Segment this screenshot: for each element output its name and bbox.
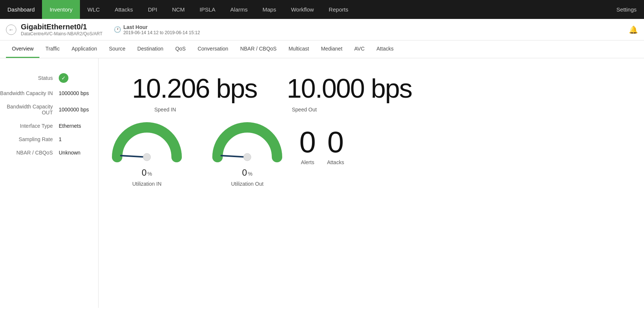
tab-avc[interactable]: AVC (348, 40, 371, 58)
utilization-out-label: Utilization Out (231, 181, 263, 187)
utilization-out-pct: 0 (242, 167, 247, 178)
data-panel: 10.206 bps 10.000 bps Speed IN Speed Out (99, 58, 644, 308)
nav-dashboard[interactable]: Dashboard (0, 0, 42, 19)
tab-attacks[interactable]: Attacks (371, 40, 400, 58)
utilization-in-label: Utilization IN (132, 181, 162, 187)
info-row-bw-out: Bandwidth Capacity OUT 1000000 bps (0, 100, 98, 119)
clock-icon: 🕐 (114, 26, 121, 33)
gauge-in-container: 0 % Utilization IN (110, 120, 184, 187)
nbar-value: Unknown (59, 150, 92, 156)
info-row-bw-in: Bandwidth Capacity IN 1000000 bps (0, 87, 98, 100)
utilization-in-pct: 0 (142, 167, 146, 178)
speed-labels-row: Speed IN Speed Out (110, 107, 633, 113)
tab-traffic[interactable]: Traffic (39, 40, 65, 58)
page-header: ← GigabitEthernet0/1 DataCentreAVC-Mains… (0, 19, 644, 40)
tab-source[interactable]: Source (103, 40, 131, 58)
status-label: Status (1, 75, 53, 81)
page-subtitle: DataCentreAVC-Mains-NBAR2/QoS/ART (21, 31, 103, 36)
time-label: Last Hour (123, 24, 200, 30)
back-button[interactable]: ← (6, 25, 16, 35)
utilization-out-pct-symbol: % (248, 171, 252, 177)
tabs-row: Overview Traffic Application Source Dest… (0, 40, 644, 58)
alerts-label: Alerts (301, 159, 314, 165)
tab-nbar-cbqos[interactable]: NBAR / CBQoS (234, 40, 283, 58)
bw-in-label: Bandwidth Capacity IN (0, 90, 53, 96)
nav-ncm[interactable]: NCM (165, 0, 192, 19)
attacks-label: Attacks (327, 159, 344, 165)
nav-workflow[interactable]: Workflow (284, 0, 321, 19)
svg-point-3 (244, 153, 251, 161)
nav-alarms[interactable]: Alarms (223, 0, 255, 19)
status-value: ✓ (59, 73, 92, 83)
nav-dpi[interactable]: DPI (141, 0, 165, 19)
nbar-label: NBAR / CBQoS (1, 150, 53, 156)
page-title: GigabitEthernet0/1 (21, 23, 103, 31)
nav-reports[interactable]: Reports (321, 0, 356, 19)
tab-destination[interactable]: Destination (131, 40, 169, 58)
speed-row: 10.206 bps 10.000 bps (110, 66, 633, 104)
gauge-in-svg (110, 120, 184, 165)
interface-type-value: Ethernets (59, 123, 92, 129)
alerts-value: 0 (299, 127, 316, 157)
nav-wlc[interactable]: WLC (80, 0, 107, 19)
main-content: Status ✓ Bandwidth Capacity IN 1000000 b… (0, 58, 644, 308)
nav-inventory[interactable]: Inventory (42, 0, 80, 19)
info-panel: Status ✓ Bandwidth Capacity IN 1000000 b… (0, 58, 99, 308)
tab-application[interactable]: Application (65, 40, 103, 58)
speed-in-label: Speed IN (132, 107, 244, 113)
bottom-section: 0 % Utilization IN 0 % Utilization Out (110, 120, 633, 187)
bw-out-value: 1000000 bps (59, 107, 92, 113)
attacks-box: 0 Attacks (327, 127, 344, 165)
nav-settings[interactable]: Settings (609, 0, 644, 19)
alerts-box: 0 Alerts (299, 127, 316, 165)
nav-attacks[interactable]: Attacks (107, 0, 140, 19)
info-row-interface-type: Interface Type Ethernets (0, 119, 98, 133)
time-range-display: 🕐 Last Hour 2019-06-14 14:12 to 2019-06-… (114, 24, 200, 35)
tab-multicast[interactable]: Multicast (283, 40, 315, 58)
bw-out-label: Bandwidth Capacity OUT (0, 104, 53, 116)
nav-ipsla[interactable]: IPSLA (192, 0, 223, 19)
gauge-out-container: 0 % Utilization Out (210, 120, 284, 187)
svg-point-1 (143, 153, 151, 161)
info-row-nbar: NBAR / CBQoS Unknown (0, 146, 98, 159)
speed-out-label: Speed Out (244, 107, 355, 113)
tab-conversation[interactable]: Conversation (191, 40, 234, 58)
svg-line-2 (221, 156, 247, 157)
speed-out-value: 10.000 bps (287, 73, 412, 104)
tab-medianet[interactable]: Medianet (315, 40, 348, 58)
gauge-out-svg (210, 120, 284, 165)
info-row-sampling-rate: Sampling Rate 1 (0, 133, 98, 146)
status-ok-icon: ✓ (59, 73, 68, 83)
bw-in-value: 1000000 bps (59, 90, 92, 96)
svg-line-0 (121, 156, 147, 157)
info-row-status: Status ✓ (0, 69, 98, 87)
tab-overview[interactable]: Overview (6, 40, 39, 58)
nav-maps[interactable]: Maps (255, 0, 284, 19)
tab-qos[interactable]: QoS (169, 40, 191, 58)
utilization-in-pct-symbol: % (147, 171, 152, 177)
time-range: 2019-06-14 14:12 to 2019-06-14 15:12 (123, 30, 200, 35)
interface-type-label: Interface Type (1, 123, 53, 129)
sampling-rate-value: 1 (59, 136, 92, 142)
top-nav: Dashboard Inventory WLC Attacks DPI NCM … (0, 0, 644, 19)
attacks-value: 0 (327, 127, 344, 157)
notification-bell-button[interactable]: 🔔 (629, 25, 638, 34)
speed-in-value: 10.206 bps (132, 73, 257, 104)
sampling-rate-label: Sampling Rate (1, 136, 53, 142)
